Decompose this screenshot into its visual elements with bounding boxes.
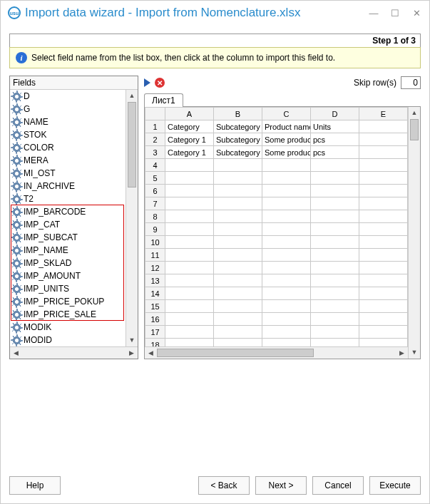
grid-cell[interactable] — [262, 223, 311, 236]
grid-cell[interactable] — [165, 262, 214, 274]
row-header[interactable]: 8 — [145, 210, 165, 223]
grid-cell[interactable] — [359, 223, 408, 236]
grid-cell[interactable] — [359, 146, 408, 159]
fields-vscrollbar[interactable]: ▲▼ — [126, 90, 138, 346]
grid-cell[interactable] — [165, 274, 214, 287]
row-header[interactable]: 13 — [145, 274, 165, 287]
next-button[interactable]: Next > — [255, 476, 307, 495]
grid-cell[interactable] — [311, 159, 359, 172]
grid-cell[interactable] — [165, 185, 214, 197]
field-item[interactable]: MERA — [12, 154, 138, 167]
grid-cell[interactable] — [214, 300, 262, 313]
grid-cell[interactable] — [165, 159, 214, 172]
close-button[interactable]: ✕ — [411, 8, 422, 19]
grid-cell[interactable] — [359, 210, 408, 223]
grid-cell[interactable] — [165, 172, 214, 185]
column-header[interactable]: D — [311, 108, 359, 120]
grid-cell[interactable] — [214, 262, 262, 274]
field-item[interactable]: MI_OST — [12, 167, 138, 180]
grid-cell[interactable]: Subcategory — [214, 120, 262, 133]
grid-cell[interactable] — [359, 120, 408, 133]
grid-cell[interactable] — [165, 249, 214, 262]
field-item[interactable]: NAME — [12, 115, 138, 128]
field-item[interactable]: COLOR — [12, 141, 138, 154]
grid-cell[interactable] — [214, 185, 262, 197]
grid-cell[interactable] — [262, 249, 311, 262]
row-header[interactable]: 17 — [145, 326, 165, 339]
grid-cell[interactable] — [262, 287, 311, 300]
grid-cell[interactable]: Category 1 — [165, 133, 214, 146]
field-item[interactable]: STOK — [12, 128, 138, 141]
grid-cell[interactable]: Product name — [262, 120, 311, 133]
field-item[interactable]: D — [12, 90, 138, 103]
grid-cell[interactable] — [311, 210, 359, 223]
grid-cell[interactable] — [359, 133, 408, 146]
row-header[interactable]: 5 — [145, 172, 165, 185]
grid-cell[interactable] — [165, 300, 214, 313]
row-header[interactable]: 16 — [145, 313, 165, 326]
fields-hscrollbar[interactable]: ◀▶ — [10, 346, 138, 359]
fields-list[interactable]: DGNAMESTOKCOLORMERAMI_OSTIN_ARCHIVET2IMP… — [10, 90, 138, 346]
grid-cell[interactable] — [359, 262, 408, 274]
grid-cell[interactable] — [165, 313, 214, 326]
grid-cell[interactable] — [214, 197, 262, 210]
grid-cell[interactable] — [214, 223, 262, 236]
grid-cell[interactable] — [311, 313, 359, 326]
grid-cell[interactable] — [214, 210, 262, 223]
grid-cell[interactable] — [359, 197, 408, 210]
execute-button[interactable]: Execute — [369, 476, 421, 495]
grid-cell[interactable] — [214, 172, 262, 185]
grid-cell[interactable] — [311, 223, 359, 236]
grid-cell[interactable] — [359, 185, 408, 197]
field-item[interactable]: IMP_AMOUNT — [12, 269, 138, 282]
skip-rows-input[interactable] — [401, 76, 421, 89]
grid-cell[interactable] — [311, 197, 359, 210]
minimize-button[interactable]: — — [368, 8, 379, 19]
grid-cell[interactable] — [214, 159, 262, 172]
grid-cell[interactable] — [214, 236, 262, 249]
column-header[interactable]: C — [262, 108, 311, 120]
grid-cell[interactable] — [311, 262, 359, 274]
grid-cell[interactable] — [165, 236, 214, 249]
grid-cell[interactable] — [165, 210, 214, 223]
grid-cell[interactable] — [359, 249, 408, 262]
grid-cell[interactable]: Subcategory — [214, 146, 262, 159]
grid-cell[interactable] — [262, 185, 311, 197]
field-item[interactable]: IMP_BARCODE — [12, 205, 138, 218]
row-header[interactable]: 3 — [145, 146, 165, 159]
grid-cell[interactable] — [359, 300, 408, 313]
field-item[interactable]: IN_ARCHIVE — [12, 180, 138, 192]
grid-cell[interactable] — [262, 159, 311, 172]
grid-cell[interactable] — [262, 172, 311, 185]
grid-cell[interactable] — [359, 159, 408, 172]
grid-hscrollbar[interactable]: ◀▶ — [145, 346, 408, 359]
grid-cell[interactable] — [262, 300, 311, 313]
grid-cell[interactable] — [262, 274, 311, 287]
grid-cell[interactable]: pcs — [311, 133, 359, 146]
field-item[interactable]: MODIK — [12, 321, 138, 334]
grid-cell[interactable] — [262, 262, 311, 274]
column-header[interactable]: E — [359, 108, 408, 120]
grid-cell[interactable]: Category 1 — [165, 146, 214, 159]
grid-cell[interactable] — [359, 172, 408, 185]
grid-cell[interactable] — [311, 300, 359, 313]
grid-cell[interactable] — [311, 249, 359, 262]
row-header[interactable]: 7 — [145, 197, 165, 210]
grid-cell[interactable] — [165, 223, 214, 236]
grid-cell[interactable] — [311, 274, 359, 287]
cancel-button[interactable]: Cancel — [312, 476, 364, 495]
grid-cell[interactable] — [311, 236, 359, 249]
row-header[interactable]: 9 — [145, 223, 165, 236]
sheet-tab[interactable]: Лист1 — [144, 93, 183, 107]
grid-cell[interactable] — [214, 287, 262, 300]
grid-cell[interactable] — [165, 287, 214, 300]
row-header[interactable]: 6 — [145, 185, 165, 197]
grid-cell[interactable] — [214, 249, 262, 262]
field-item[interactable]: MODID — [12, 334, 138, 346]
row-header[interactable]: 15 — [145, 300, 165, 313]
grid-cell[interactable] — [165, 326, 214, 339]
grid-cell[interactable] — [165, 197, 214, 210]
field-item[interactable]: IMP_SUBCAT — [12, 231, 138, 244]
grid-cell[interactable] — [311, 287, 359, 300]
field-item[interactable]: IMP_SKLAD — [12, 257, 138, 269]
